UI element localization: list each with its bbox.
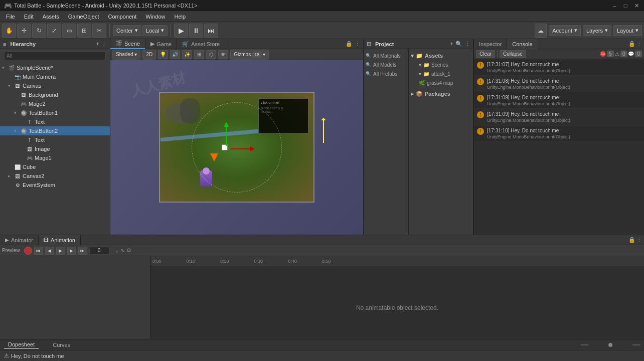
asset-grass[interactable]: 🌿 grass4 map — [409, 78, 473, 87]
pivot-local-dropdown[interactable]: Local ▾ — [142, 25, 168, 36]
scene-options-icon[interactable]: ⋮ — [355, 41, 360, 47]
add-curve-icon[interactable]: ∿ — [120, 247, 125, 254]
timeline-scroll-thumb[interactable] — [608, 343, 612, 347]
right-options-icon[interactable]: ⋮ — [636, 41, 642, 47]
asset-scenes[interactable]: ▾ 📁 Scenes — [409, 60, 473, 69]
hierarchy-item-samplescene*[interactable]: ▾🎬SampleScene* — [0, 63, 110, 72]
hierarchy-item-main-camera[interactable]: 📷Main Camera — [0, 72, 110, 81]
hierarchy-item-text[interactable]: TText — [0, 135, 110, 144]
asset-attack[interactable]: ▾ 📁 attack_1 — [409, 69, 473, 78]
assets-root-header[interactable]: ▾ 📁 Assets — [409, 51, 473, 60]
audio-toggle[interactable]: 🔊 — [170, 50, 180, 59]
anim-options-icon[interactable]: ⋮ — [636, 237, 642, 243]
hierarchy-add-icon[interactable]: + — [96, 41, 99, 47]
play-anim-button[interactable]: ▶ — [56, 247, 65, 255]
effects-toggle[interactable]: ✨ — [182, 50, 192, 59]
menu-item-component[interactable]: Component — [104, 13, 140, 21]
rotate-tool-button[interactable]: ↻ — [32, 24, 46, 38]
project-add-icon[interactable]: + — [450, 41, 453, 47]
fav-item-materials[interactable]: 🔍 All Materials — [364, 51, 408, 60]
hierarchy-options-icon[interactable]: ⋮ — [101, 41, 107, 47]
menu-item-window[interactable]: Window — [141, 13, 169, 21]
animation-tab[interactable]: 🎞 Animation — [39, 235, 81, 245]
prev-frame-button[interactable]: ◀ — [45, 247, 54, 255]
clear-button[interactable]: Clear — [476, 50, 495, 58]
frame-number-input[interactable] — [89, 247, 109, 255]
close-button[interactable]: ✕ — [633, 2, 640, 9]
hierarchy-item-background[interactable]: 🖼Background — [0, 90, 110, 99]
hierarchy-item-eventsystem[interactable]: ⚙EventSystem — [0, 180, 110, 190]
minimize-button[interactable]: – — [611, 2, 618, 9]
fav-item-prefabs[interactable]: 🔍 All Prefabs — [364, 69, 408, 78]
collab-button[interactable]: ☁ — [535, 24, 547, 38]
titlebar-right[interactable]: – □ ✕ — [611, 2, 640, 9]
step-button[interactable]: ⏭ — [204, 24, 218, 38]
console-message[interactable]: ![17:31:08] Hey, Do not touch meUnityEng… — [474, 76, 644, 92]
rect-tool-button[interactable]: ▭ — [62, 24, 76, 38]
hierarchy-item-canvas[interactable]: ▾🖼Canvas — [0, 81, 110, 90]
project-options-icon[interactable]: ⋮ — [464, 41, 470, 47]
settings-icon[interactable]: ⚙ — [126, 247, 131, 254]
hierarchy-item-testbutton2[interactable]: ▾🔘TestButton2 — [0, 126, 110, 135]
goto-start-button[interactable]: ⏮ — [34, 247, 43, 255]
animator-tab[interactable]: ▶ Animator — [0, 235, 39, 245]
fav-item-models[interactable]: 🔍 All Models — [364, 60, 408, 69]
scene-tab[interactable]: 🎬 Scene — [110, 39, 145, 49]
hand-tool-button[interactable]: ✋ — [2, 24, 16, 38]
console-tab[interactable]: Console — [507, 39, 538, 49]
scene-lock-icon[interactable]: 🔒 — [346, 41, 353, 47]
2d-button[interactable]: 2D — [142, 50, 156, 60]
menu-item-help[interactable]: Help — [170, 13, 190, 21]
gizmos-chevron-icon: ▾ — [263, 52, 265, 57]
hierarchy-item-image[interactable]: 🖼Image — [0, 144, 110, 153]
maximize-button[interactable]: □ — [622, 2, 629, 9]
account-dropdown[interactable]: Account ▾ — [549, 25, 581, 36]
asset-store-tab[interactable]: 🛒 Asset Store — [177, 39, 225, 49]
gizmos-dropdown[interactable]: Gizmos 18 ▾ — [230, 50, 269, 60]
console-message[interactable]: ![17:31:09] Hey, Do not touch meUnityEng… — [474, 109, 644, 125]
lock-icon[interactable]: 🔒 — [628, 41, 635, 47]
dopesheet-tab-btn[interactable]: Dopesheet — [4, 340, 39, 349]
move-tool-button[interactable]: ✛ — [17, 24, 31, 38]
goto-end-button[interactable]: ⏭ — [78, 247, 87, 255]
curves-tab-btn[interactable]: Curves — [49, 341, 74, 349]
collapse-button[interactable]: Collapse — [500, 50, 526, 58]
console-message[interactable]: ![17:31:07] Hey, Do not touch meUnityEng… — [474, 59, 644, 76]
transform-tool-button[interactable]: ⊞ — [77, 24, 91, 38]
shaded-dropdown[interactable]: Shaded ▾ — [112, 50, 140, 60]
inspector-tab[interactable]: Inspector — [474, 39, 507, 49]
menu-item-file[interactable]: File — [2, 13, 19, 21]
pivot-center-dropdown[interactable]: Center ▾ — [113, 25, 141, 36]
tree-expand-arrow: ▾ — [2, 65, 8, 70]
hierarchy-item-mage1[interactable]: 🎮Mage1 — [0, 153, 110, 162]
next-frame-button[interactable]: ▶ — [67, 247, 76, 255]
render-toggle[interactable]: ⬡ — [206, 50, 216, 59]
console-message[interactable]: ![17:31:10] Hey, Do not touch meUnityEng… — [474, 125, 644, 142]
light-toggle[interactable]: 💡 — [158, 50, 168, 59]
hierarchy-search-input[interactable] — [4, 51, 106, 60]
hierarchy-item-testbutton1[interactable]: ▾🔘TestButton1 — [0, 108, 110, 117]
add-key-icon[interactable]: ⬦ — [115, 248, 119, 254]
layers-dropdown[interactable]: Layers ▾ — [583, 25, 611, 36]
project-search-icon[interactable]: 🔍 — [455, 41, 462, 47]
console-message[interactable]: ![17:31:09] Hey, Do not touch meUnityEng… — [474, 92, 644, 109]
hierarchy-item-cube[interactable]: ⬜Cube — [0, 162, 110, 171]
hidden-toggle[interactable]: 👁 — [218, 50, 228, 59]
menu-item-gameobject[interactable]: GameObject — [64, 13, 103, 21]
packages-root-header[interactable]: ▸ 📦 Packages — [409, 89, 473, 98]
toolbar-sep-2 — [171, 25, 171, 37]
record-button[interactable] — [24, 247, 32, 255]
anim-lock-icon[interactable]: 🔒 — [628, 237, 635, 243]
menu-item-assets[interactable]: Assets — [39, 13, 63, 21]
hierarchy-item-canvas2[interactable]: ▸🖼Canvas2 — [0, 171, 110, 180]
menu-item-edit[interactable]: Edit — [20, 13, 38, 21]
pause-button[interactable]: ⏸ — [189, 24, 203, 38]
layout-dropdown[interactable]: Layout ▾ — [613, 25, 642, 36]
hierarchy-item-mage2[interactable]: 🎮Mage2 — [0, 99, 110, 108]
play-button[interactable]: ▶ — [174, 24, 188, 38]
scale-tool-button[interactable]: ⤢ — [47, 24, 61, 38]
hierarchy-item-text[interactable]: TText — [0, 117, 110, 126]
custom-tool-button[interactable]: ✂ — [92, 24, 106, 38]
game-tab[interactable]: ▶ Game — [145, 39, 177, 49]
grid-toggle[interactable]: ⊞ — [194, 50, 204, 59]
